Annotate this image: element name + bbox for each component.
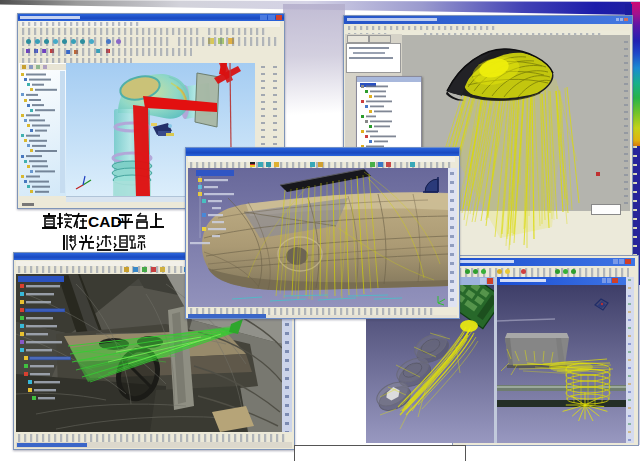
svg-text:CAD: CAD xyxy=(88,213,122,230)
